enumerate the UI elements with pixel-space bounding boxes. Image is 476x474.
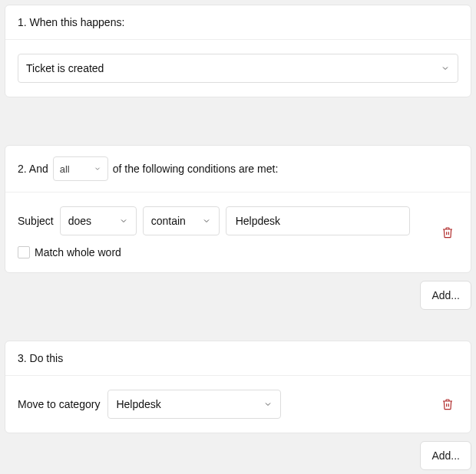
actions-add-row: Add... (5, 433, 471, 470)
conditions-title-suffix: of the following conditions are met: (113, 163, 279, 175)
condition-verb-select[interactable]: does (60, 206, 137, 235)
chevron-down-icon (263, 400, 273, 409)
conditions-header: 2. And all of the following conditions a… (5, 146, 471, 192)
condition-value-input[interactable] (226, 206, 410, 235)
condition-operator-select[interactable]: contain (143, 206, 220, 235)
match-whole-word-checkbox[interactable]: Match whole word (18, 246, 425, 258)
chevron-down-icon (94, 165, 101, 173)
delete-condition-button[interactable] (438, 223, 457, 242)
spacer (5, 310, 471, 341)
conditions-card: 2. And all of the following conditions a… (5, 145, 471, 273)
condition-field-label: Subject (18, 215, 54, 227)
actions-title: 3. Do this (18, 352, 63, 364)
add-action-button[interactable]: Add... (420, 441, 471, 470)
conditions-title-prefix: 2. And (18, 163, 48, 175)
event-select[interactable]: Ticket is created (18, 54, 458, 83)
condition-operator-value: contain (151, 215, 186, 227)
delete-action-button[interactable] (438, 395, 457, 413)
conditions-body: Subject does contain Match whole word (5, 192, 471, 272)
trigger-title: 1. When this happens: (18, 16, 124, 28)
trigger-body: Ticket is created (5, 39, 471, 97)
actions-body: Move to category Helpdesk (5, 375, 471, 433)
action-label: Move to category (18, 398, 100, 410)
conditions-add-row: Add... (5, 273, 471, 310)
conditions-scope-value: all (60, 163, 70, 175)
action-value: Helpdesk (116, 398, 160, 410)
trash-icon (441, 225, 454, 239)
actions-header: 3. Do this (5, 341, 471, 375)
action-row: Move to category Helpdesk (18, 390, 425, 419)
condition-verb-value: does (68, 215, 91, 227)
trigger-card: 1. When this happens: Ticket is created (5, 5, 471, 97)
checkbox-box (18, 246, 30, 258)
trash-icon (441, 397, 454, 411)
event-select-value: Ticket is created (26, 62, 104, 74)
spacer (5, 97, 471, 145)
match-whole-word-label: Match whole word (35, 246, 121, 258)
conditions-scope-select[interactable]: all (53, 156, 108, 181)
trigger-header: 1. When this happens: (5, 5, 471, 39)
condition-row: Subject does contain (18, 206, 425, 235)
chevron-down-icon (202, 216, 211, 225)
add-condition-button[interactable]: Add... (420, 281, 471, 310)
chevron-down-icon (119, 216, 128, 225)
actions-card: 3. Do this Move to category Helpdesk (5, 341, 471, 433)
chevron-down-icon (441, 64, 450, 73)
action-value-select[interactable]: Helpdesk (107, 390, 281, 419)
